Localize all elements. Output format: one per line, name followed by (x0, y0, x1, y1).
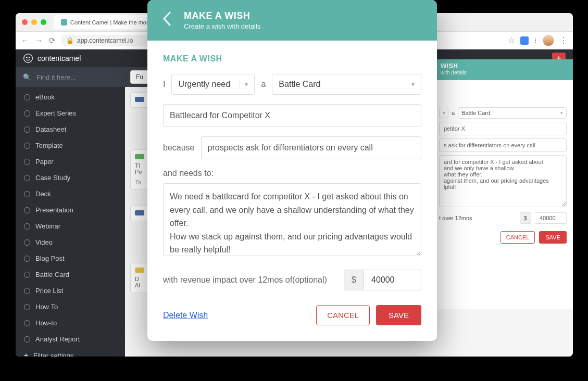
word-i: I (163, 80, 165, 89)
revenue-impact-label: with revenue impact over 12mos of(option… (163, 274, 333, 286)
radio-icon (24, 223, 30, 230)
sidebar-item-label: Analyst Report (35, 335, 80, 343)
card-type-badge (135, 210, 144, 215)
sidebar-item-price-list[interactable]: Price List (16, 283, 125, 299)
word-because: because (163, 143, 195, 153)
sidebar-item-label: Presentation (35, 206, 73, 214)
sidebar-item-analyst-report[interactable]: Analyst Report (16, 331, 125, 347)
urgency-select[interactable]: Urgently need ▾ (171, 74, 255, 95)
radio-icon (24, 256, 30, 262)
sidebar-item-blog-post[interactable]: Blog Post (16, 250, 125, 266)
chevron-down-icon: ▾ (443, 110, 445, 116)
radio-icon (24, 110, 30, 117)
content-type-select[interactable]: Battle Card ▾ (272, 74, 421, 95)
window-controls (22, 19, 46, 25)
sidebar-item-battle-card[interactable]: Battle Card (16, 266, 125, 283)
bookmark-star-icon[interactable]: ☆ (508, 35, 515, 45)
radio-icon (24, 288, 30, 294)
tab-title: Content Camel | Make the mos (70, 19, 149, 26)
sidebar-item-datasheet[interactable]: Datasheet (16, 121, 125, 137)
sidebar-item-label: Deck (35, 190, 51, 198)
close-window-icon[interactable] (22, 19, 28, 25)
save-button[interactable]: SAVE (376, 305, 421, 325)
search-placeholder: Find it here... (36, 73, 76, 81)
card-type-badge (135, 268, 144, 273)
sidebar-item-how-to[interactable]: How To (16, 299, 125, 315)
forward-icon[interactable]: → (35, 36, 43, 45)
word-a: a (261, 80, 266, 89)
bg-urgency-select[interactable]: ▾ (439, 108, 448, 118)
radio-icon (24, 143, 30, 149)
bg-type-select[interactable]: Battle Card▾ (458, 107, 567, 119)
svg-point-1 (26, 57, 28, 58)
funnel-filter-button[interactable]: Fu (130, 70, 149, 84)
content-type-value: Battle Card (279, 80, 320, 89)
wish-title-input[interactable] (163, 104, 421, 127)
sidebar-item-label: Webinar (35, 222, 60, 230)
bg-modal-header: WISH with details (432, 59, 573, 80)
lock-icon: 🔒 (66, 37, 74, 44)
delete-wish-link[interactable]: Delete Wish (163, 311, 208, 320)
sidebar-item-label: Video (35, 238, 53, 246)
make-wish-modal: MAKE A WISH Create a wish with details M… (147, 0, 437, 341)
radio-icon (24, 94, 30, 100)
svg-point-2 (29, 57, 30, 58)
modal-body: MAKE A WISH I Urgently need ▾ a Battle C… (147, 41, 437, 341)
reload-icon[interactable]: ⟳ (49, 36, 56, 45)
sidebar-item-deck[interactable]: Deck (16, 186, 125, 202)
camel-logo-icon (23, 53, 33, 63)
sidebar-item-how-to-2[interactable]: How-to (16, 315, 125, 331)
back-arrow-icon[interactable] (162, 11, 171, 30)
sidebar-item-expert-series[interactable]: Expert Series (16, 105, 125, 121)
sidebar-item-template[interactable]: Template (16, 137, 125, 154)
sidebar-item-ebook[interactable]: eBook (16, 89, 125, 105)
url-text: app.contentcamel.io (77, 37, 133, 44)
bg-modal-subtitle: with details (441, 70, 565, 75)
plus-icon: + (24, 351, 28, 357)
extension-icon[interactable] (520, 36, 529, 45)
radio-icon (24, 304, 30, 310)
sidebar-item-label: Expert Series (35, 109, 76, 117)
revenue-amount-input[interactable] (364, 270, 421, 290)
radio-icon (24, 336, 30, 342)
currency-prefix: $ (344, 270, 364, 290)
bg-amount-input[interactable]: 40000 (535, 212, 567, 224)
card-type-badge (135, 97, 144, 102)
sidebar-item-label: Datasheet (35, 125, 66, 133)
sidebar-item-webinar[interactable]: Webinar (16, 218, 125, 234)
minimize-window-icon[interactable] (31, 19, 37, 25)
search-input[interactable]: 🔍 Find it here... (16, 73, 125, 81)
reason-input[interactable] (201, 136, 422, 159)
maximize-window-icon[interactable] (41, 19, 46, 25)
sidebar-item-label: How-to (35, 319, 57, 327)
logo-text: contentcamel (37, 54, 81, 62)
bg-details-textarea[interactable]: ard for competitor X - I get asked about… (439, 155, 567, 207)
profile-avatar[interactable] (543, 35, 554, 46)
bg-reason-field[interactable]: s ask for differentiators on every call (439, 138, 567, 152)
bg-title-field[interactable]: petitor X (439, 122, 567, 135)
details-textarea[interactable] (163, 183, 421, 256)
sidebar-item-label: Template (35, 142, 63, 149)
sidebar-item-presentation[interactable]: Presentation (16, 202, 125, 218)
cancel-button[interactable]: CANCEL (316, 305, 370, 325)
bg-cancel-button[interactable]: CANCEL (501, 231, 535, 244)
back-icon[interactable]: ← (21, 36, 29, 45)
bg-word-a: a (452, 110, 455, 116)
svg-point-0 (24, 54, 33, 63)
search-icon: 🔍 (23, 73, 31, 81)
sidebar-item-label: eBook (35, 93, 55, 101)
sidebar-item-paper[interactable]: Paper (16, 154, 125, 170)
radio-icon (24, 239, 30, 246)
extension-menu-icon[interactable]: ⫶ (534, 36, 537, 44)
sidebar-item-label: How To (35, 303, 58, 311)
bg-modal-body: ▾ a Battle Card▾ petitor X s ask for dif… (432, 80, 573, 309)
browser-menu-icon[interactable]: ⋮ (559, 35, 568, 45)
sidebar-item-case-study[interactable]: Case Study (16, 170, 125, 186)
bg-save-button[interactable]: SAVE (539, 231, 567, 244)
card-type-badge (135, 154, 144, 159)
filter-settings-link[interactable]: +Filter settings... (16, 347, 125, 357)
sidebar-item-video[interactable]: Video (16, 234, 125, 250)
bg-type-value: Battle Card (461, 110, 490, 116)
needs-label: and needs to: (163, 169, 421, 178)
bg-currency-prefix: $ (520, 212, 531, 224)
